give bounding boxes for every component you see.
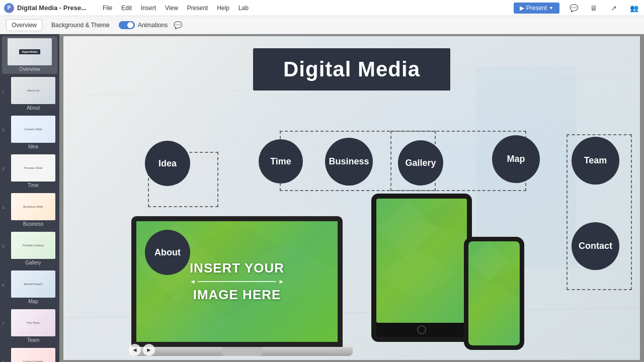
thumb-gallery-image: Portfolio Gallery	[11, 232, 55, 259]
thumb-time-image: Process Slide	[11, 154, 55, 182]
thumb-team-image: The Team	[11, 309, 55, 336]
navigation-arrows: ◄ ►	[129, 344, 155, 356]
slide-row-5: 5 Portfolio Gallery Gallery	[2, 230, 57, 267]
slide-title: Digital Media	[253, 48, 450, 90]
thumb-overview-image: Digital Media	[8, 38, 52, 65]
nav-next-arrow[interactable]: ►	[143, 344, 155, 356]
slide-number-3: 3	[2, 166, 8, 171]
slide-thumb-about[interactable]: About Us About	[9, 75, 57, 113]
svg-marker-11	[376, 249, 457, 299]
thumb-gallery-label: Gallery	[25, 260, 41, 265]
arrow-right-icon: ►	[278, 278, 284, 285]
slide-number-7: 7	[2, 321, 8, 326]
circle-map[interactable]: Map	[492, 135, 540, 183]
slide-number-4: 4	[2, 205, 8, 210]
circle-team-label: Team	[584, 155, 607, 166]
thumb-map-image: Market Reach	[11, 270, 55, 298]
circle-map-label: Map	[507, 154, 525, 164]
present-label: Present	[526, 5, 547, 12]
laptop-base	[131, 347, 353, 356]
menu-file[interactable]: File	[99, 3, 116, 14]
circle-team[interactable]: Team	[572, 137, 619, 185]
menu-present[interactable]: Present	[183, 3, 212, 14]
thumb-contact-image: Contact Details	[11, 348, 55, 362]
thumb-time-label: Time	[28, 183, 39, 188]
slide-number-5: 5	[2, 244, 8, 249]
slide-row-2: 2 Content Slide Idea	[2, 114, 57, 151]
thumb-team-label: Team	[27, 337, 39, 343]
circle-gallery[interactable]: Gallery	[398, 140, 443, 186]
slide-row-4: 4 Business Slide Business	[2, 191, 57, 229]
laptop-notch	[222, 347, 262, 356]
circle-contact[interactable]: Contact	[572, 222, 619, 270]
phone-polygon-pattern	[468, 241, 520, 345]
slide-thumb-gallery[interactable]: Portfolio Gallery Gallery	[9, 230, 57, 267]
app-logo: P Digital Media - Prese...	[4, 3, 87, 13]
slide-row-8: 8 Contact Details Contact	[2, 346, 57, 362]
slide-canvas[interactable]: Digital Media Idea Time Business Gallery	[63, 36, 640, 360]
slide-thumb-time[interactable]: Process Slide Time	[9, 152, 57, 190]
arrow-container: ◄ ►	[190, 278, 284, 285]
circle-business[interactable]: Business	[325, 138, 373, 186]
tab-overview[interactable]: Overview	[6, 19, 42, 31]
menu-help[interactable]: Help	[213, 3, 233, 14]
share-icon[interactable]: ↗	[608, 2, 620, 14]
thumb-about-label: About	[27, 105, 40, 111]
slide-number-8: 8	[2, 360, 8, 363]
animations-toggle[interactable]	[119, 21, 135, 29]
slide-thumb-contact[interactable]: Contact Details Contact	[9, 346, 57, 362]
circle-business-label: Business	[329, 156, 369, 167]
phone-screen	[468, 241, 520, 345]
slide-row-7: 7 The Team Team	[2, 307, 57, 345]
circle-time-label: Time	[270, 156, 291, 167]
thumb-overview-title: Digital Media	[19, 49, 41, 54]
nav-prev-arrow[interactable]: ◄	[129, 344, 141, 356]
canvas-area: Digital Media Idea Time Business Gallery	[59, 34, 644, 362]
app-title: Digital Media - Prese...	[17, 4, 87, 12]
slide-thumb-overview[interactable]: Digital Media Overview	[2, 36, 57, 74]
tablet-polygon-pattern	[376, 199, 467, 323]
menu-edit[interactable]: Edit	[117, 3, 136, 14]
slide-thumb-team[interactable]: The Team Team	[9, 307, 57, 345]
slide-row-3: 3 Process Slide Time	[2, 152, 57, 190]
phone-mockup	[464, 237, 524, 350]
present-button[interactable]: ▶ Present ▼	[514, 3, 559, 14]
chat-icon[interactable]: 💬	[568, 2, 580, 14]
menu-insert[interactable]: Insert	[137, 3, 160, 14]
circle-about[interactable]: About	[145, 230, 190, 275]
insert-line1: INSERT YOUR	[190, 260, 284, 276]
circle-idea[interactable]: Idea	[145, 141, 190, 186]
top-bar: P Digital Media - Prese... File Edit Ins…	[0, 0, 644, 16]
animations-label: Animations	[138, 22, 168, 29]
slide-thumb-idea[interactable]: Content Slide Idea	[9, 114, 57, 151]
thumb-overview-label: Overview	[19, 66, 40, 72]
slide-thumb-business[interactable]: Business Slide Business	[9, 191, 57, 229]
monitor-icon[interactable]: 🖥	[588, 2, 600, 14]
insert-text-block: INSERT YOUR ◄ ► IMAGE HERE	[190, 260, 284, 303]
circle-time[interactable]: Time	[259, 139, 303, 184]
thumb-business-label: Business	[23, 221, 44, 227]
menu-lab[interactable]: Lab	[234, 3, 253, 14]
slide-row-1: 1 About Us About	[2, 75, 57, 113]
animations-toggle-group: Animations	[119, 21, 168, 29]
tablet-mockup	[371, 194, 472, 342]
tab-background-theme[interactable]: Background & Theme	[46, 20, 115, 31]
thumb-business-image: Business Slide	[11, 193, 55, 220]
thumb-about-image: About Us	[11, 77, 55, 104]
toolbar-comment-icon[interactable]: 💬	[174, 21, 182, 29]
sidebar: Digital Media Overview 1 About Us About …	[0, 34, 59, 362]
users-icon[interactable]: 👥	[628, 2, 640, 14]
present-play-icon: ▶	[520, 5, 524, 12]
svg-marker-9	[376, 199, 437, 259]
menu-view[interactable]: View	[161, 3, 182, 14]
insert-line2: IMAGE HERE	[190, 287, 284, 303]
circle-idea-label: Idea	[158, 158, 177, 169]
logo-icon: P	[4, 3, 14, 13]
thumb-idea-label: Idea	[28, 144, 38, 149]
slide-thumb-map[interactable]: Market Reach Map	[9, 268, 57, 306]
slide-row-6: 6 Market Reach Map	[2, 268, 57, 306]
main-area: Digital Media Overview 1 About Us About …	[0, 34, 644, 362]
slide-number-6: 6	[2, 283, 8, 288]
circle-gallery-label: Gallery	[405, 158, 436, 168]
thumb-idea-image: Content Slide	[11, 116, 55, 143]
